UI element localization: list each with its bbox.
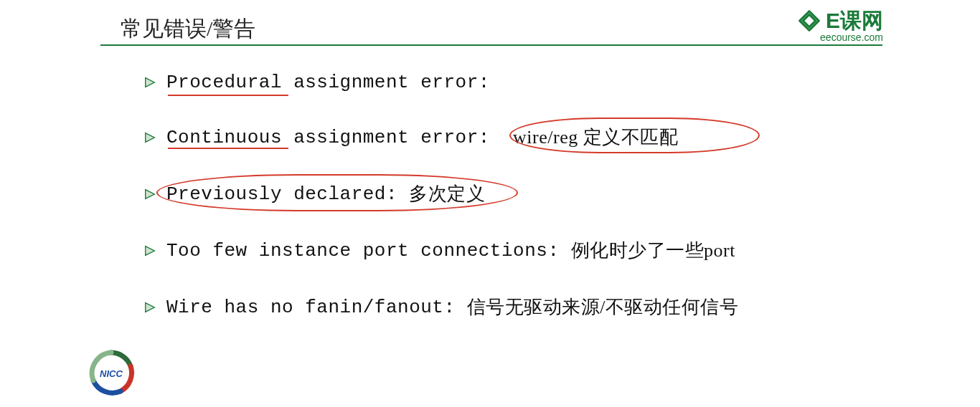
bullet-5-note: 信号无驱动来源/不驱动任何信号 <box>467 295 739 320</box>
bullet-arrow-icon <box>143 76 156 89</box>
badge-text: NICC <box>100 368 123 379</box>
bullet-2: Continuous assignment error: wire/reg 定义… <box>143 125 861 150</box>
bullet-arrow-icon <box>143 244 156 257</box>
bullet-arrow-icon <box>143 301 156 314</box>
logo-subtitle: eecourse.com <box>820 32 883 43</box>
slide: 常见错误/警告 E课网 eecourse.com Procedural assi… <box>0 0 980 407</box>
brand-logo: E课网 <box>797 9 883 33</box>
content-area: Procedural assignment error: Continuous … <box>143 72 861 351</box>
red-underline-2 <box>168 148 288 149</box>
bullet-1: Procedural assignment error: <box>143 72 861 93</box>
bullet-2-text: Continuous assignment error: <box>166 127 490 148</box>
slide-title: 常见错误/警告 <box>121 14 255 44</box>
header-divider <box>100 44 882 46</box>
red-circle-3 <box>156 174 518 211</box>
bullet-5-text: Wire has no fanin/fanout: <box>166 297 456 318</box>
logo-icon <box>797 9 821 33</box>
bullet-3: Previously declared: 多次定义 <box>143 181 861 206</box>
bullet-4: Too few instance port connections: 例化时少了… <box>143 238 861 263</box>
bullet-1-text: Procedural assignment error: <box>166 72 490 93</box>
bullet-arrow-icon <box>143 188 156 201</box>
nicc-badge: NICC <box>86 348 136 401</box>
logo-text: E课网 <box>826 10 883 32</box>
bullet-4-text: Too few instance port connections: <box>166 240 560 262</box>
bullet-arrow-icon <box>143 131 156 144</box>
red-underline-1 <box>168 95 288 96</box>
red-circle-2 <box>509 118 760 153</box>
bullet-5: Wire has no fanin/fanout: 信号无驱动来源/不驱动任何信… <box>143 295 861 320</box>
bullet-4-note: 例化时少了一些port <box>571 238 735 263</box>
